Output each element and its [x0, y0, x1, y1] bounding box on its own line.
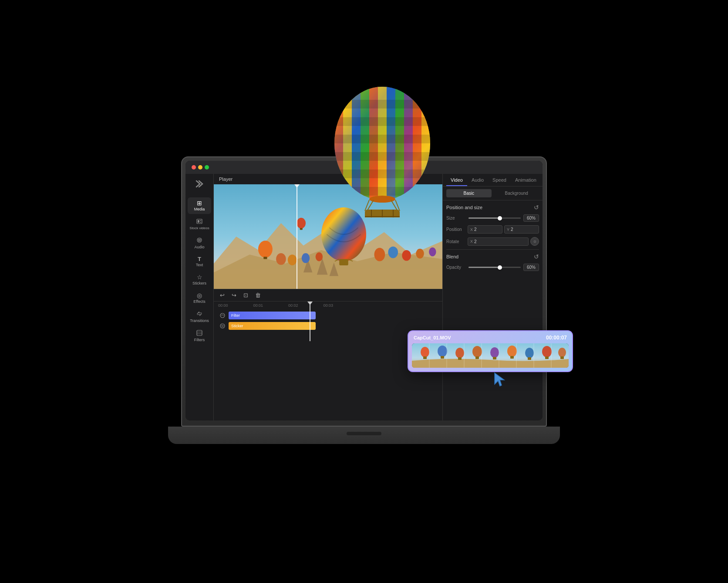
position-x-field[interactable]: X 2: [468, 225, 502, 234]
sidebar-label-audio: Audio: [194, 245, 204, 249]
sidebar-item-filters[interactable]: Filters: [188, 327, 211, 345]
opacity-value[interactable]: 60%: [523, 264, 539, 271]
sidebar-label-stock: Stock videos: [189, 226, 209, 230]
popup-header: CapCut_01.MOV 00:00:07: [412, 335, 569, 341]
compass-button[interactable]: ⊙: [530, 237, 539, 246]
position-x-value: 2: [474, 227, 477, 232]
filter-track-label: Filter: [231, 313, 240, 318]
subtab-basic[interactable]: Basic: [446, 189, 492, 197]
svg-rect-16: [263, 257, 267, 259]
svg-rect-2: [200, 220, 201, 221]
svg-point-17: [297, 218, 306, 229]
redo-button[interactable]: ↪: [230, 291, 238, 299]
effects-icon: ◎: [197, 292, 202, 298]
cursor-arrow: [494, 372, 507, 388]
svg-point-62: [421, 347, 429, 357]
svg-rect-63: [423, 356, 427, 359]
tab-speed[interactable]: Speed: [488, 174, 511, 186]
timeline-tracks: Filter: [214, 309, 442, 332]
timeline-ruler: 00:00 00:01 00:02 00:03: [214, 302, 442, 309]
sidebar-label-stickers: Stickers: [192, 281, 206, 285]
time-marker-3: 00:03: [324, 303, 334, 308]
timeline-toolbar: ↩ ↪ ⊡ 🗑: [214, 289, 442, 302]
svg-point-68: [472, 346, 482, 357]
sidebar-item-stickers[interactable]: ☆ Stickers: [188, 271, 211, 288]
svg-point-26: [302, 253, 310, 263]
svg-point-70: [490, 347, 499, 358]
player-header: Player: [214, 174, 442, 184]
svg-point-15: [258, 241, 273, 258]
subtab-background[interactable]: Background: [494, 189, 539, 197]
panel-tabs: Video Audio Speed Animation: [443, 174, 543, 186]
popup-filmstrip: [412, 343, 569, 368]
sidebar-item-stock-videos[interactable]: Stock videos: [188, 216, 211, 233]
tab-video[interactable]: Video: [446, 174, 467, 186]
sidebar-label-effects: Effects: [193, 299, 205, 304]
svg-point-29: [220, 324, 225, 328]
minimize-button[interactable]: [198, 165, 202, 169]
svg-point-74: [525, 348, 534, 358]
popup-timestamp: 00:00:07: [546, 335, 567, 341]
svg-point-76: [542, 346, 552, 357]
sidebar-item-effects[interactable]: ◎ Effects: [188, 290, 211, 306]
svg-point-21: [402, 250, 411, 261]
svg-rect-65: [441, 356, 444, 359]
svg-rect-7: [197, 330, 202, 336]
media-icon: ⊞: [197, 200, 202, 206]
position-size-title: Position and size: [446, 205, 482, 210]
laptop-base: [168, 427, 560, 444]
time-marker-2: 00:02: [288, 303, 298, 308]
opacity-slider[interactable]: [468, 267, 521, 268]
undo-button[interactable]: ↩: [218, 291, 226, 299]
svg-rect-77: [545, 356, 549, 359]
popup-filename: CapCut_01.MOV: [414, 335, 451, 340]
sidebar-item-transitions[interactable]: Transitions: [188, 308, 211, 325]
position-y-field[interactable]: Y 2: [504, 225, 539, 234]
svg-rect-44: [321, 100, 443, 108]
svg-rect-75: [528, 357, 531, 360]
sticker-track-label: Sticker: [231, 324, 243, 328]
sticker-track[interactable]: Sticker: [229, 322, 316, 330]
size-value[interactable]: 60%: [523, 214, 539, 222]
blend-reset[interactable]: ↺: [534, 253, 539, 260]
sidebar-label-media: Media: [194, 207, 205, 211]
svg-point-20: [388, 247, 398, 258]
sidebar-item-media[interactable]: ⊞ Media: [188, 197, 211, 214]
sidebar-item-audio[interactable]: Audio: [188, 234, 211, 252]
sidebar-item-text[interactable]: T Text: [188, 254, 211, 270]
filter-track-row: Filter: [218, 311, 438, 320]
svg-point-19: [374, 248, 385, 261]
size-slider[interactable]: [468, 217, 521, 219]
svg-point-30: [222, 325, 223, 327]
position-control: Position X 2 Y 2: [446, 225, 539, 234]
opacity-label: Opacity: [446, 265, 466, 270]
title-bar: [185, 161, 543, 174]
svg-point-28: [220, 313, 225, 318]
tab-audio[interactable]: Audio: [467, 174, 488, 186]
svg-point-72: [507, 346, 517, 357]
position-size-reset[interactable]: ↺: [534, 204, 539, 211]
player-view[interactable]: [214, 184, 442, 289]
sidebar: ⊞ Media: [185, 174, 214, 420]
blend-section: Blend ↺: [446, 253, 539, 260]
svg-rect-71: [493, 357, 496, 359]
svg-rect-1: [198, 220, 199, 223]
panel-subtabs: Basic Background: [443, 186, 543, 200]
time-marker-1: 00:01: [253, 303, 263, 308]
player-scene: [214, 184, 442, 289]
tab-animation[interactable]: Animation: [511, 174, 541, 186]
size-control: Size 60%: [446, 214, 539, 222]
delete-button[interactable]: 🗑: [253, 291, 263, 299]
split-button[interactable]: ⊡: [242, 291, 250, 299]
maximize-button[interactable]: [205, 165, 209, 169]
svg-point-23: [429, 247, 436, 257]
transitions-icon: [196, 311, 202, 318]
rotate-x-field[interactable]: X 2: [468, 237, 529, 246]
filter-track[interactable]: Filter: [229, 312, 316, 319]
svg-rect-18: [300, 228, 303, 230]
svg-point-22: [416, 249, 424, 259]
svg-point-64: [438, 346, 447, 357]
audio-icon: [196, 237, 202, 244]
stickers-icon: ☆: [197, 274, 202, 280]
close-button[interactable]: [192, 165, 196, 169]
